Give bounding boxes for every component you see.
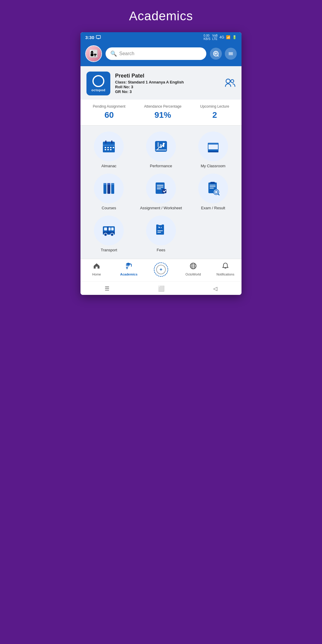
svg-rect-53: [111, 227, 114, 230]
svg-rect-11: [111, 140, 112, 143]
menu-item-performance[interactable]: Performance: [137, 131, 185, 169]
svg-rect-37: [157, 185, 163, 186]
menu-section: Almanac Performance: [80, 126, 242, 259]
svg-point-7: [231, 80, 234, 83]
svg-rect-12: [103, 145, 115, 146]
stat-pending-value: 60: [93, 110, 125, 120]
nav-item-academics[interactable]: Academics: [120, 262, 138, 279]
svg-rect-51: [104, 227, 107, 230]
menu-label-fees: Fees: [157, 248, 165, 253]
phone-frame: 3:30 0.00KB/S VoBLTE 4G 📶 🔋 👩‍👧 🔍 Search: [80, 32, 242, 295]
stat-lecture-value: 2: [200, 110, 229, 120]
stat-attendance-value: 91%: [144, 110, 181, 120]
svg-rect-17: [105, 149, 106, 150]
svg-rect-68: [126, 267, 127, 269]
svg-point-57: [111, 233, 114, 236]
profile-roll: Roll No: 3: [115, 85, 220, 89]
profile-class-value: Standard 1 Annanya A English: [128, 80, 184, 84]
svg-rect-15: [110, 147, 112, 148]
android-nav: ☰ ⬜ ◁: [80, 281, 242, 295]
avatar[interactable]: 👩‍👧: [85, 45, 102, 62]
profile-name: Preeti Patel: [115, 73, 220, 79]
svg-point-72: [192, 263, 195, 269]
svg-rect-42: [210, 182, 215, 184]
menu-label-almanac: Almanac: [101, 164, 117, 169]
nav-label-notifications: Notifications: [216, 273, 234, 276]
svg-rect-45: [210, 188, 214, 188]
nav-item-octoworld[interactable]: OctoWorld: [184, 262, 202, 279]
hamburger-icon: [227, 50, 234, 57]
menu-label-performance: Performance: [150, 164, 172, 169]
menu-item-my-classroom[interactable]: My Classroom: [189, 131, 237, 169]
menu-label-exam: Exam / Result: [201, 206, 225, 211]
classroom-icon: [205, 139, 221, 154]
svg-rect-34: [107, 183, 110, 185]
menu-item-fees[interactable]: Fees: [137, 216, 185, 253]
profile-class: Class: Standard 1 Annanya A English: [115, 80, 220, 84]
svg-point-6: [226, 79, 230, 83]
svg-rect-39: [157, 188, 161, 189]
search-icon: 🔍: [110, 50, 117, 57]
nav-item-octoplus[interactable]: +: [152, 262, 170, 279]
menu-grid: Almanac Performance: [85, 131, 237, 253]
android-back-button[interactable]: ◁: [213, 285, 217, 292]
menu-item-almanac[interactable]: Almanac: [85, 131, 133, 169]
search-bar[interactable]: 🔍 Search: [106, 47, 206, 60]
svg-rect-44: [210, 186, 216, 187]
performance-icon: [153, 139, 169, 154]
octopod-logo: octopod: [86, 72, 110, 95]
svg-rect-33: [103, 183, 106, 185]
nav-label-academics: Academics: [120, 273, 137, 276]
stat-attendance-label: Attendance Percentage: [144, 104, 181, 109]
android-home-button[interactable]: ⬜: [158, 285, 165, 292]
svg-rect-4: [229, 53, 233, 54]
assignment-icon: [153, 181, 169, 196]
svg-rect-58: [108, 226, 109, 235]
nav-label-home: Home: [92, 273, 101, 276]
svg-rect-67: [126, 267, 128, 267]
network-speed: 0.00KB/S: [204, 34, 210, 41]
menu-item-assignment[interactable]: Assignment / Worksheet: [137, 174, 185, 211]
transport-icon: [101, 223, 117, 238]
octoplus-icon: +: [154, 262, 168, 278]
svg-rect-18: [107, 149, 109, 150]
menu-icon-button[interactable]: [225, 48, 237, 60]
svg-rect-63: [157, 232, 161, 233]
svg-rect-62: [157, 230, 163, 231]
svg-rect-38: [157, 187, 163, 188]
svg-rect-19: [110, 149, 112, 150]
svg-rect-35: [111, 183, 114, 185]
svg-rect-1: [97, 38, 99, 39]
menu-label-assignment: Assignment / Worksheet: [140, 206, 182, 211]
page-title-outer: Academics: [129, 9, 193, 23]
bottom-nav: Home Academics: [80, 259, 242, 281]
chat-icon-button[interactable]: [210, 48, 222, 60]
header: 👩‍👧 🔍 Search: [80, 42, 242, 66]
svg-rect-5: [229, 55, 233, 55]
svg-point-71: [190, 263, 196, 269]
menu-label-courses: Courses: [102, 206, 116, 211]
svg-rect-22: [157, 142, 159, 147]
svg-rect-60: [156, 225, 159, 229]
screen-icon: [96, 35, 101, 39]
nav-item-notifications[interactable]: Notifications: [216, 262, 234, 279]
nav-item-home[interactable]: Home: [88, 262, 106, 279]
group-icon[interactable]: [225, 78, 236, 89]
android-menu-button[interactable]: ☰: [105, 285, 109, 292]
profile-roll-value: 3: [131, 85, 133, 89]
menu-item-exam[interactable]: Exam / Result: [189, 174, 237, 211]
exam-icon: [205, 181, 221, 196]
almanac-icon: [101, 139, 117, 154]
svg-text:+: +: [160, 267, 162, 272]
menu-item-transport[interactable]: Transport: [85, 216, 133, 253]
signal-icon: 📶: [226, 35, 230, 39]
svg-rect-3: [229, 52, 233, 53]
svg-rect-10: [105, 140, 106, 143]
svg-rect-29: [208, 151, 219, 152]
menu-label-my-classroom: My Classroom: [201, 164, 225, 169]
network-4g: 4G: [219, 35, 224, 39]
menu-item-courses[interactable]: Courses: [85, 174, 133, 211]
svg-rect-61: [162, 225, 164, 229]
profile-card: octopod Preeti Patel Class: Standard 1 A…: [80, 66, 242, 100]
svg-rect-14: [107, 147, 109, 148]
